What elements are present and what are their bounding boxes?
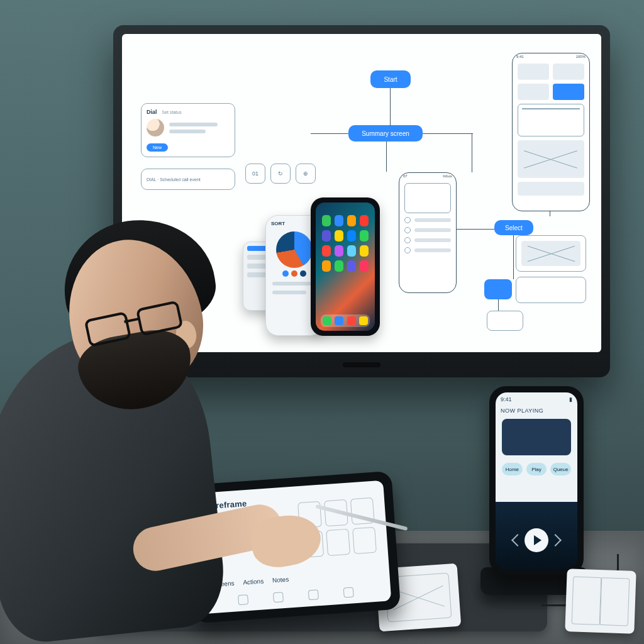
wire-card[interactable]: [516, 235, 586, 272]
play-button[interactable]: [525, 528, 548, 552]
tag[interactable]: Screens: [211, 580, 234, 589]
chip[interactable]: Play: [526, 463, 547, 475]
button-placeholder: [518, 182, 584, 196]
tablet-nav: [201, 584, 391, 608]
envelope-icon: [518, 104, 584, 136]
player-bar: [496, 508, 577, 569]
hero-placeholder: [404, 183, 451, 213]
design-canvas[interactable]: Dial Set status New DIAL · Scheduled cal…: [122, 34, 601, 352]
tablet-screen[interactable]: Wireframe Flow overview Screens Actions …: [194, 480, 392, 614]
monitor: Dial Set status New DIAL · Scheduled cal…: [113, 25, 610, 377]
pill-3[interactable]: ⊕: [296, 164, 316, 184]
image-placeholder: [518, 140, 584, 178]
clock: 9:41: [501, 396, 512, 402]
list: [399, 217, 456, 253]
chip[interactable]: Queue: [550, 463, 571, 475]
scene: Dial Set status New DIAL · Scheduled cal…: [0, 0, 644, 644]
edge: [390, 88, 391, 126]
flow-node-branch[interactable]: Summary screen: [348, 125, 423, 142]
profile-subtitle: Set status: [162, 110, 182, 114]
pie-chart-icon: [276, 231, 313, 268]
wire-card[interactable]: [487, 311, 523, 331]
edge: [423, 133, 473, 134]
flow-node-start[interactable]: Start: [370, 70, 411, 88]
wire-phone-mid[interactable]: 07Inbox: [399, 172, 457, 293]
mockup-hero-phone: [311, 197, 380, 336]
tablet: Wireframe Flow overview Screens Actions …: [184, 471, 401, 623]
battery-icon: ▮: [569, 396, 572, 402]
pill-2[interactable]: ↻: [270, 164, 291, 184]
tag[interactable]: Notes: [272, 576, 289, 584]
prev-icon[interactable]: [511, 534, 524, 547]
edge: [311, 133, 348, 134]
tag[interactable]: Actions: [243, 577, 264, 586]
chip[interactable]: Home: [502, 463, 523, 475]
pill-1[interactable]: 01: [245, 164, 265, 184]
edge: [386, 142, 387, 172]
phone-title: NOW PLAYING: [496, 406, 577, 415]
action-pills: 01 ↻ ⊕: [245, 164, 316, 184]
album-card: [502, 419, 571, 455]
profile-card[interactable]: Dial Set status New: [141, 103, 235, 157]
flow-node-step[interactable]: Select: [494, 220, 533, 235]
profile-card-footer: DIAL · Scheduled call event: [141, 169, 235, 190]
profile-footer-text: DIAL · Scheduled call event: [147, 177, 201, 182]
next-icon[interactable]: [549, 534, 562, 547]
wire-card[interactable]: [516, 277, 586, 303]
desk-phone: 9:41▮ NOW PLAYING Home Play Queue: [489, 386, 584, 575]
tablet-grid: [297, 497, 377, 558]
wire-phone-large[interactable]: 9:41100%: [512, 53, 590, 211]
edge: [513, 235, 514, 279]
sketch-card: [565, 569, 636, 634]
new-button[interactable]: New: [147, 143, 168, 152]
avatar: [147, 119, 164, 136]
profile-heading: Dial: [147, 109, 157, 115]
flow-node-final[interactable]: [484, 279, 512, 299]
edge: [455, 229, 494, 230]
edge: [472, 133, 472, 172]
